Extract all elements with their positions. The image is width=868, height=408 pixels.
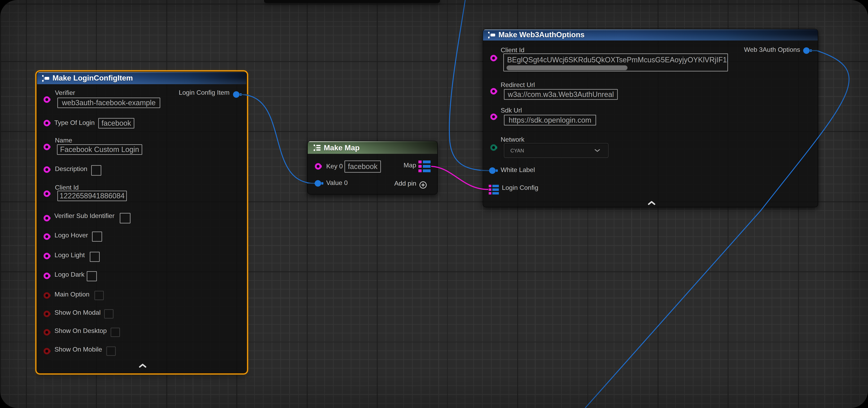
node-header[interactable]: Make LoginConfigItem bbox=[37, 72, 246, 84]
pin-nub bbox=[810, 49, 812, 52]
node-make-map[interactable]: Make Map Key 0 facebook Map Value 0 Add … bbox=[308, 141, 437, 194]
offscreen-node-edge bbox=[264, 0, 440, 3]
pin-nub bbox=[49, 313, 51, 315]
header-highlight bbox=[308, 141, 437, 142]
pin-nub bbox=[49, 98, 51, 101]
input-pin-show-on-desktop[interactable] bbox=[43, 329, 50, 336]
pin-label-login-config-item: Login Config Item bbox=[179, 89, 229, 96]
pin-label-main-option: Main Option bbox=[55, 291, 90, 298]
wire-loginconfigitem-to-value0[interactable] bbox=[240, 95, 315, 183]
pin-label-verifier-sub-identifier: Verifier Sub Identifier bbox=[54, 212, 115, 219]
pin-label-name: Name bbox=[55, 137, 72, 143]
pin-nub bbox=[240, 93, 242, 96]
pin-label-type-of-login: Type Of Login bbox=[54, 120, 95, 126]
client-id-input[interactable]: 1222658941886084 bbox=[57, 191, 127, 201]
main-option-checkbox[interactable] bbox=[94, 291, 104, 300]
input-pin-logo-hover[interactable] bbox=[43, 233, 50, 240]
input-pin-main-option[interactable] bbox=[43, 292, 50, 299]
input-pin-show-on-mobile[interactable] bbox=[43, 348, 50, 354]
logo-light-input[interactable] bbox=[90, 252, 100, 262]
pin-label-white-label: White Label bbox=[501, 167, 535, 173]
input-pin-description[interactable] bbox=[43, 166, 50, 173]
output-pin-login-config-item[interactable] bbox=[233, 91, 240, 98]
add-pin-label[interactable]: Add pin bbox=[394, 180, 416, 186]
pin-nub bbox=[49, 255, 51, 257]
input-pin-value-0[interactable] bbox=[315, 180, 321, 186]
node-make-loginconfigitem[interactable]: Make LoginConfigItem Login Config Item V… bbox=[37, 72, 246, 373]
description-input[interactable] bbox=[91, 165, 101, 176]
input-pin-key-0[interactable] bbox=[315, 163, 321, 170]
input-pin-logo-light[interactable] bbox=[43, 253, 50, 259]
node-title: Make Web3AuthOptions bbox=[498, 31, 585, 39]
pin-nub bbox=[321, 182, 323, 184]
logo-hover-input[interactable] bbox=[92, 232, 102, 242]
input-pin-client-id[interactable] bbox=[43, 191, 50, 197]
pin-nub bbox=[320, 165, 322, 168]
input-pin-redirect-url[interactable] bbox=[490, 88, 497, 95]
network-dropdown[interactable]: CYAN bbox=[504, 143, 609, 158]
add-pin-icon[interactable] bbox=[419, 181, 427, 189]
chevron-down-icon bbox=[594, 149, 600, 152]
input-pin-network[interactable] bbox=[490, 144, 497, 151]
input-pin-login-config[interactable] bbox=[489, 184, 499, 195]
pin-nub bbox=[495, 115, 497, 118]
node-header[interactable]: Make Web3AuthOptions bbox=[483, 29, 818, 40]
pin-nub bbox=[49, 168, 51, 171]
pin-nub bbox=[49, 275, 51, 277]
name-input[interactable]: Facebook Custom Login bbox=[57, 144, 142, 155]
collapse-chevron-icon[interactable] bbox=[648, 201, 655, 205]
pin-label-key-0: Key 0 bbox=[326, 163, 343, 169]
wire-map-to-loginconfig[interactable] bbox=[431, 166, 488, 190]
pin-label-show-on-modal: Show On Modal bbox=[55, 309, 101, 316]
pin-label-map: Map bbox=[404, 162, 416, 168]
pin-label-network: Network bbox=[501, 136, 524, 143]
type-of-login-input[interactable]: facebook bbox=[98, 118, 134, 129]
pin-label-description: Description bbox=[55, 166, 87, 172]
input-pin-verifier-sub-identifier[interactable] bbox=[43, 215, 50, 222]
pin-label-logo-hover: Logo Hover bbox=[55, 232, 88, 238]
pin-nub bbox=[49, 331, 51, 334]
sdk-url-input[interactable]: https://sdk.openlogin.com bbox=[504, 115, 596, 126]
input-pin-white-label[interactable] bbox=[489, 167, 496, 174]
pin-label-show-on-desktop: Show On Desktop bbox=[55, 328, 107, 334]
collapse-chevron-icon[interactable] bbox=[139, 364, 146, 368]
node-title: Make Map bbox=[324, 144, 360, 152]
node-make-web3authoptions[interactable]: Make Web3AuthOptions Web 3Auth Options C… bbox=[483, 29, 818, 207]
show-on-mobile-checkbox[interactable] bbox=[106, 346, 116, 356]
make-struct-icon bbox=[488, 31, 496, 39]
client-id-scrollbar[interactable] bbox=[506, 65, 627, 70]
pin-label-redirect-url: Redirect Url bbox=[501, 81, 535, 88]
pin-label-client-id: Client Id bbox=[55, 184, 79, 191]
pin-label-logo-light: Logo Light bbox=[55, 252, 85, 258]
pin-label-logo-dark: Logo Dark bbox=[55, 271, 85, 278]
show-on-modal-checkbox[interactable] bbox=[104, 309, 114, 318]
blueprint-graph-canvas[interactable]: Make LoginConfigItem Login Config Item V… bbox=[0, 0, 868, 408]
pin-nub bbox=[495, 146, 497, 149]
pin-nub bbox=[49, 350, 51, 352]
node-header[interactable]: Make Map bbox=[308, 141, 437, 154]
output-pin-web3auth-options[interactable] bbox=[803, 47, 810, 54]
input-pin-client-id[interactable] bbox=[490, 55, 497, 61]
logo-dark-input[interactable] bbox=[87, 271, 97, 281]
header-highlight bbox=[37, 72, 246, 73]
pin-nub bbox=[495, 57, 497, 59]
input-pin-verifier[interactable] bbox=[43, 96, 50, 103]
pin-label-verifier: Verifier bbox=[55, 90, 75, 96]
redirect-url-input[interactable]: w3a://com.w3a.Web3AuthUnreal bbox=[504, 89, 618, 100]
output-pin-map[interactable] bbox=[418, 160, 431, 173]
verifier-sub-identifier-input[interactable] bbox=[120, 213, 130, 224]
input-pin-sdk-url[interactable] bbox=[490, 113, 497, 120]
show-on-desktop-checkbox[interactable] bbox=[111, 328, 120, 337]
pin-nub bbox=[495, 90, 497, 93]
pin-nub bbox=[49, 217, 51, 219]
key-0-input[interactable]: facebook bbox=[344, 161, 381, 173]
make-map-icon bbox=[313, 144, 321, 151]
pin-label-value-0: Value 0 bbox=[326, 179, 348, 186]
input-pin-name[interactable] bbox=[43, 144, 50, 150]
pin-label-sdk-url: Sdk Url bbox=[501, 107, 522, 113]
input-pin-show-on-modal[interactable] bbox=[43, 311, 50, 317]
pin-nub bbox=[49, 193, 51, 195]
verifier-input[interactable]: web3auth-facebook-example bbox=[57, 98, 160, 108]
input-pin-type-of-login[interactable] bbox=[43, 120, 50, 126]
input-pin-logo-dark[interactable] bbox=[43, 273, 50, 279]
